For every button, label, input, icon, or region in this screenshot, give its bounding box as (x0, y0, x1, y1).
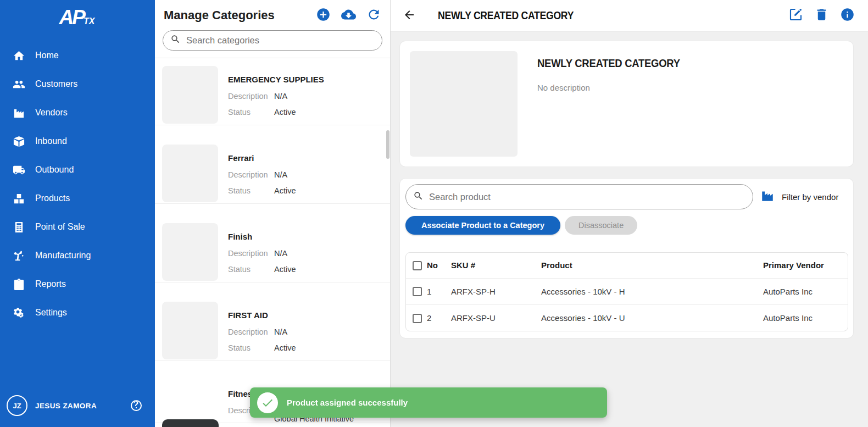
import-button[interactable] (341, 8, 356, 23)
sidebar-item-settings[interactable]: Settings (0, 298, 154, 327)
refresh-button[interactable] (366, 8, 381, 23)
category-image (162, 223, 218, 281)
sidebar-nav: Home Customers Vendors Inbound Outbound … (0, 41, 154, 327)
info-button[interactable] (840, 8, 855, 23)
status-label: Status (228, 343, 274, 353)
product-search-input[interactable] (429, 192, 745, 202)
sidebar-item-label: Outbound (35, 165, 74, 175)
products-table: No SKU # Product Primary Vendor 1 ARFX-S… (405, 252, 848, 331)
gears-icon (12, 306, 25, 319)
category-list-item[interactable]: Ferrari DescriptionN/A StatusActive (155, 125, 390, 204)
edit-category-button[interactable] (788, 8, 803, 23)
people-icon (12, 77, 25, 91)
home-icon (12, 49, 25, 62)
sidebar-item-customers[interactable]: Customers (0, 70, 154, 98)
robot-arm-icon (12, 249, 25, 262)
cell-product: Accessories - 10kV - U (541, 304, 763, 331)
table-row[interactable]: 2 ARFX-SP-U Accessories - 10kV - U AutoP… (406, 304, 848, 331)
select-all-checkbox[interactable] (413, 261, 422, 270)
avatar[interactable]: JZ (7, 395, 27, 416)
sidebar-item-vendors[interactable]: Vendors (0, 98, 154, 127)
back-button[interactable] (402, 8, 416, 23)
app-logo: APTX (0, 4, 154, 35)
list-scrollbar[interactable] (386, 130, 390, 159)
category-image (162, 302, 218, 359)
category-name: EMERGENCY SUPPLIES (228, 74, 324, 85)
sidebar-item-products[interactable]: Products (0, 184, 154, 213)
row-checkbox[interactable] (413, 287, 422, 296)
info-icon (840, 7, 855, 24)
add-category-button[interactable] (316, 8, 331, 23)
categories-search (163, 30, 382, 51)
category-description: No description (537, 83, 699, 92)
associate-product-button[interactable]: Associate Product to a Category (405, 216, 560, 235)
sidebar-item-point-of-sale[interactable]: Point of Sale (0, 213, 154, 241)
logo-sub: TX (84, 16, 94, 26)
categories-list: EMERGENCY SUPPLIES DescriptionN/A Status… (155, 58, 390, 427)
category-title: NEWLY CREATED CATEGORY (537, 57, 680, 70)
category-list-item[interactable]: EMERGENCY SUPPLIES DescriptionN/A Status… (155, 58, 390, 125)
disassociate-button[interactable]: Disassociate (565, 216, 637, 235)
products-card: Filter by vendor Associate Product to a … (400, 179, 853, 338)
cell-sku: ARFX-SP-U (451, 304, 541, 331)
logo-main: AP (59, 6, 84, 29)
row-checkbox[interactable] (413, 314, 422, 323)
category-image (162, 66, 218, 124)
sidebar-item-reports[interactable]: Reports (0, 270, 154, 298)
category-image (410, 51, 518, 157)
factory-icon (12, 106, 25, 119)
description-value: N/A (274, 91, 287, 102)
categories-search-input[interactable] (186, 35, 375, 46)
sidebar-item-label: Customers (35, 79, 77, 89)
user-row: JZ JESUS ZAMORA (0, 385, 154, 427)
trash-icon (814, 7, 829, 24)
cloud-download-icon (341, 7, 356, 24)
table-row[interactable]: 1 ARFX-SP-H Accessories - 10kV - H AutoP… (406, 278, 848, 304)
categories-header: Manage Categories (155, 0, 390, 27)
description-value: N/A (274, 170, 287, 180)
description-label: Description (228, 248, 274, 259)
description-label: Description (228, 327, 274, 337)
column-header-product: Product (541, 253, 763, 278)
search-icon (413, 191, 424, 203)
check-circle-icon (257, 392, 278, 413)
delete-category-button[interactable] (814, 8, 829, 23)
sidebar-item-manufacturing[interactable]: Manufacturing (0, 241, 154, 270)
status-value: Active (274, 186, 296, 196)
edit-icon (788, 7, 803, 24)
product-search (405, 184, 753, 209)
categories-actions (316, 8, 381, 23)
success-toast: Product assigned successfully (250, 387, 607, 418)
cell-sku: ARFX-SP-H (451, 278, 541, 304)
detail-content: NEWLY CREATED CATEGORY No description Fi… (391, 31, 868, 427)
column-header-vendor: Primary Vendor (763, 253, 848, 278)
categories-panel: Manage Categories EMERGENCY SUPPLIES Des… (154, 0, 390, 427)
open-box-icon (12, 135, 25, 148)
status-label: Status (228, 264, 274, 275)
description-value: N/A (274, 327, 287, 337)
column-header-no: No (427, 253, 451, 278)
arrow-left-icon (403, 15, 416, 23)
description-label: Description (228, 91, 274, 102)
sidebar-item-label: Point of Sale (35, 222, 85, 232)
help-button[interactable] (130, 399, 143, 412)
cell-vendor: AutoParts Inc (763, 278, 848, 304)
sidebar-item-outbound[interactable]: Outbound (0, 156, 154, 184)
truck-icon (12, 163, 25, 176)
filter-by-vendor[interactable]: Filter by vendor (760, 188, 838, 205)
user-name: JESUS ZAMORA (35, 402, 130, 410)
cell-vendor: AutoParts Inc (763, 304, 848, 331)
sidebar-item-inbound[interactable]: Inbound (0, 127, 154, 156)
pos-terminal-icon (12, 220, 25, 234)
column-header-sku: SKU # (451, 253, 541, 278)
category-list-item[interactable]: FIRST AID DescriptionN/A StatusActive (155, 282, 390, 361)
app-window: APTX Home Customers Vendors Inbound Outb… (0, 0, 868, 427)
status-value: Active (274, 264, 296, 275)
sidebar-item-home[interactable]: Home (0, 41, 154, 70)
sidebar-item-label: Inbound (35, 136, 67, 146)
category-image[interactable] (162, 419, 219, 427)
cell-no: 1 (427, 278, 451, 304)
category-list-item[interactable]: Finish DescriptionN/A StatusActive (155, 204, 390, 282)
cell-product: Accessories - 10kV - H (541, 278, 763, 304)
sidebar-item-label: Settings (35, 308, 67, 318)
